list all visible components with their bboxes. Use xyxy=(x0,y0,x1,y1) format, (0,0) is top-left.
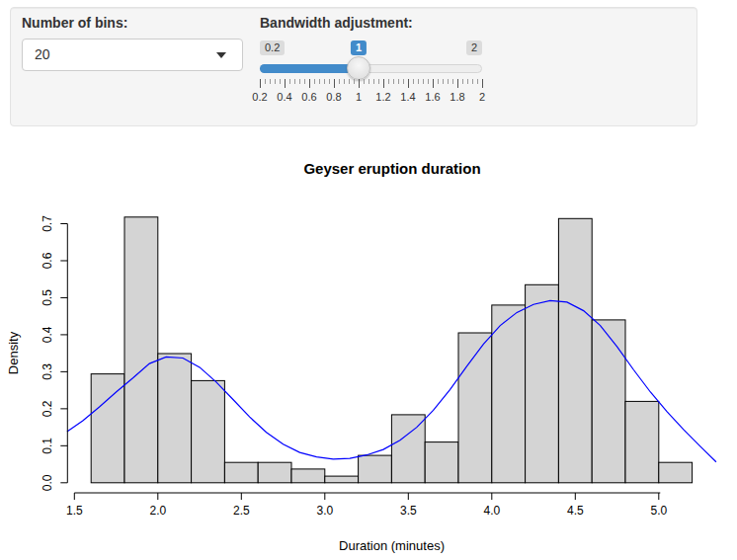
histogram-bar xyxy=(492,305,526,483)
x-axis-tick-label: 5.0 xyxy=(650,504,667,518)
x-axis-tick-label: 3.5 xyxy=(400,504,417,518)
y-axis-title: Density xyxy=(6,331,21,374)
y-axis-tick-label: 0.5 xyxy=(41,289,54,306)
histogram-bar xyxy=(192,380,225,482)
x-axis-title: Duration (minutes) xyxy=(339,538,445,553)
histogram-bar xyxy=(291,469,325,483)
histogram-bar xyxy=(258,462,291,483)
histogram-bar xyxy=(592,320,625,483)
histogram-bar xyxy=(325,476,359,483)
histogram-bar xyxy=(659,462,693,483)
x-axis-tick-label: 4.5 xyxy=(567,504,584,518)
x-axis-tick-label: 2.0 xyxy=(149,504,166,518)
histogram-bar xyxy=(158,354,192,483)
histogram-bar xyxy=(224,462,258,483)
histogram-bar xyxy=(526,284,559,483)
y-axis-tick-label: 0.4 xyxy=(41,326,54,343)
histogram-bar xyxy=(558,218,592,483)
y-axis-tick-label: 0.1 xyxy=(41,438,54,454)
y-axis-tick-label: 0.0 xyxy=(41,474,54,491)
y-axis-tick-label: 0.6 xyxy=(41,252,54,269)
histogram-bar xyxy=(425,442,458,483)
y-axis-tick-label: 0.7 xyxy=(41,215,54,232)
histogram-bar xyxy=(359,455,392,483)
histogram-bar xyxy=(391,415,425,483)
chart-title: Geyser eruption duration xyxy=(303,160,480,177)
histogram-plot: 1.52.02.53.03.54.04.55.00.00.10.20.30.40… xyxy=(0,0,737,560)
x-axis-tick-label: 3.0 xyxy=(316,504,333,518)
x-axis-tick-label: 1.5 xyxy=(66,504,83,518)
x-axis-tick-label: 2.5 xyxy=(233,504,250,518)
x-axis-tick-label: 4.0 xyxy=(483,504,500,518)
y-axis-tick-label: 0.2 xyxy=(41,400,54,417)
y-axis-tick-label: 0.3 xyxy=(41,363,54,380)
histogram-bar xyxy=(124,217,158,483)
histogram-bar xyxy=(625,401,659,482)
histogram-bar xyxy=(91,374,124,483)
